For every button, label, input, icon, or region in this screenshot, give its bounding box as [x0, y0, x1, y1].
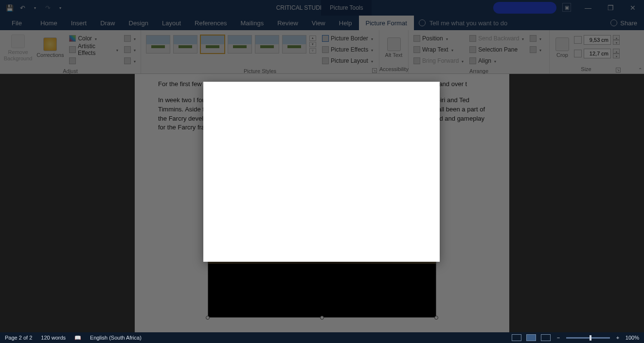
read-mode-button[interactable]	[512, 334, 521, 341]
corrections-button[interactable]: Corrections	[35, 32, 65, 64]
reset-picture-button[interactable]	[122, 55, 138, 66]
picture-layout-button[interactable]: Picture Layout	[320, 55, 375, 66]
zoom-out-button[interactable]: −	[555, 335, 561, 341]
change-picture-icon	[124, 46, 131, 53]
corrections-label: Corrections	[36, 52, 64, 58]
save-icon[interactable]: 💾	[6, 4, 14, 12]
share-label: Share	[620, 19, 637, 27]
artistic-effects-button[interactable]: Artistic Effects	[67, 44, 120, 55]
tab-mailings[interactable]: Mailings	[234, 16, 271, 30]
word-count[interactable]: 120 words	[41, 335, 66, 341]
crop-button[interactable]: Crop	[553, 32, 572, 64]
align-label: Align	[478, 57, 491, 64]
style-thumb[interactable]	[173, 35, 197, 54]
wrap-text-label: Wrap Text	[422, 46, 448, 53]
group-objects-button[interactable]	[528, 33, 543, 44]
size-launcher-icon[interactable]: ↘	[616, 68, 621, 72]
page-indicator[interactable]: Page 2 of 2	[5, 335, 32, 341]
window-controls: — ❐ ✕	[577, 0, 644, 16]
width-spinner[interactable]: ▴▾	[613, 49, 620, 58]
undo-icon[interactable]: ↶	[18, 4, 26, 12]
qat-customize-icon[interactable]: ▾	[56, 4, 64, 12]
bring-forward-button[interactable]: Bring Forward	[411, 55, 465, 66]
styles-launcher-icon[interactable]: ↘	[372, 68, 377, 73]
artistic-label: Artistic Effects	[78, 43, 113, 56]
position-button[interactable]: Position	[411, 33, 465, 44]
tell-me-placeholder: Tell me what you want to do	[429, 19, 507, 27]
tab-references[interactable]: References	[188, 16, 233, 30]
print-layout-button[interactable]	[526, 334, 536, 341]
ribbon: Remove Background Corrections Color Arti…	[0, 30, 644, 74]
style-thumb[interactable]	[200, 35, 225, 54]
artistic-icon	[69, 46, 76, 53]
web-layout-button[interactable]	[541, 334, 551, 341]
height-input[interactable]	[584, 35, 611, 45]
alt-text-button[interactable]: Alt Text	[382, 32, 405, 64]
style-thumb[interactable]	[146, 35, 170, 54]
style-thumb[interactable]	[282, 35, 306, 54]
undo-dropdown-icon[interactable]: ▾	[31, 4, 39, 12]
group-size: Crop ▴▾ ▴▾ Size↘	[550, 30, 623, 73]
collapse-ribbon-icon[interactable]: ⌃	[638, 67, 642, 72]
width-icon	[574, 50, 582, 57]
tab-draw[interactable]: Draw	[93, 16, 122, 30]
selection-pane-button[interactable]: Selection Pane	[467, 44, 526, 55]
tab-home[interactable]: Home	[34, 16, 64, 30]
border-icon	[322, 35, 329, 42]
contextual-tab-label: Picture Tools	[321, 0, 372, 16]
rotate-icon	[530, 46, 537, 53]
style-thumb[interactable]	[255, 35, 279, 54]
color-icon	[69, 35, 76, 42]
tell-me-search[interactable]: Tell me what you want to do	[419, 16, 507, 30]
zoom-slider[interactable]	[566, 337, 610, 339]
style-thumb[interactable]	[228, 35, 252, 54]
tab-layout[interactable]: Layout	[155, 16, 188, 30]
tab-view[interactable]: View	[305, 16, 332, 30]
remove-background-label: Remove Background	[3, 49, 33, 62]
ribbon-display-options-icon[interactable]: ▣	[562, 3, 571, 12]
picture-border-button[interactable]: Picture Border	[320, 33, 375, 44]
rotate-button[interactable]	[528, 44, 543, 55]
resize-handle[interactable]	[434, 316, 438, 320]
alt-text-label: Alt Text	[385, 52, 403, 58]
layout-icon	[322, 57, 329, 64]
tab-insert[interactable]: Insert	[64, 16, 94, 30]
spell-check-icon[interactable]: 📖	[74, 335, 81, 341]
group-adjust: Remove Background Corrections Color Arti…	[0, 30, 141, 73]
transparency-icon	[69, 57, 76, 64]
lightbulb-icon	[419, 19, 426, 26]
maximize-button[interactable]: ❐	[599, 0, 622, 16]
redo-icon[interactable]: ↷	[44, 4, 52, 12]
group-arrange: Position Wrap Text Bring Forward Send Ba…	[409, 30, 550, 73]
zoom-thumb[interactable]	[590, 335, 591, 341]
change-picture-button[interactable]	[122, 44, 138, 55]
tab-help[interactable]: Help	[332, 16, 359, 30]
modal-dialog[interactable]	[203, 82, 440, 262]
language-indicator[interactable]: English (South Africa)	[90, 335, 142, 341]
width-input[interactable]	[584, 49, 611, 58]
zoom-in-button[interactable]: +	[615, 335, 621, 341]
compress-pictures-button[interactable]	[122, 33, 138, 44]
tab-design[interactable]: Design	[122, 16, 155, 30]
tab-review[interactable]: Review	[270, 16, 305, 30]
remove-background-button[interactable]: Remove Background	[3, 32, 33, 64]
picture-styles-gallery[interactable]: ▴▾▿	[144, 32, 318, 56]
share-button[interactable]: Share	[610, 16, 637, 30]
picture-effects-button[interactable]: Picture Effects	[320, 44, 375, 55]
color-button[interactable]: Color	[67, 33, 120, 44]
gallery-scroll[interactable]: ▴▾▿	[309, 36, 316, 54]
align-button[interactable]: Align	[467, 55, 526, 66]
close-button[interactable]: ✕	[622, 0, 644, 16]
minimize-button[interactable]: —	[577, 0, 599, 16]
transparency-button[interactable]	[67, 55, 120, 66]
send-backward-button[interactable]: Send Backward	[467, 33, 526, 44]
wrap-text-button[interactable]: Wrap Text	[411, 44, 465, 55]
resize-handle[interactable]	[206, 316, 210, 320]
tab-file[interactable]: File	[5, 16, 29, 30]
resize-handle[interactable]	[320, 316, 324, 320]
group-accessibility-label: Accessibility	[379, 66, 408, 73]
zoom-level[interactable]: 100%	[626, 335, 639, 341]
height-spinner[interactable]: ▴▾	[613, 35, 620, 45]
height-input-group: ▴▾	[574, 35, 620, 45]
tab-picture-format[interactable]: Picture Format	[359, 16, 414, 30]
